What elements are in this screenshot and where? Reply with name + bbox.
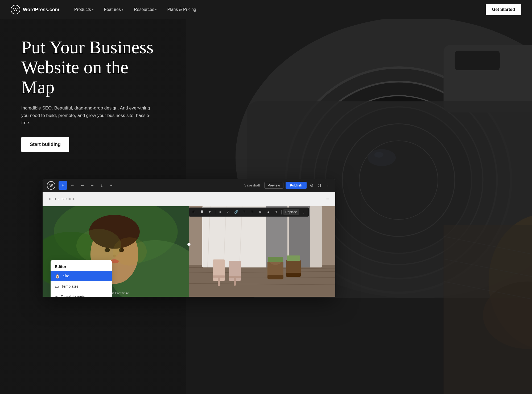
editor-wp-icon[interactable]: W bbox=[47, 181, 55, 190]
canvas-studio-label: CLICK STUDIO bbox=[49, 197, 76, 201]
export-icon[interactable]: ⬆ bbox=[273, 209, 280, 216]
publish-button[interactable]: Publish bbox=[286, 182, 307, 189]
circle-icon[interactable]: ● bbox=[265, 209, 272, 216]
undo-icon[interactable]: ↩ bbox=[79, 182, 86, 189]
crop-icon[interactable]: ⊡ bbox=[241, 209, 248, 216]
divider bbox=[215, 210, 215, 214]
get-started-button[interactable]: Get Started bbox=[486, 4, 521, 15]
svg-rect-15 bbox=[443, 225, 532, 394]
nav-right: Get Started bbox=[486, 4, 521, 15]
replace-button[interactable]: Replace bbox=[283, 209, 299, 215]
redo-icon[interactable]: ↪ bbox=[88, 182, 96, 189]
brand-name: WordPress.com bbox=[23, 7, 59, 13]
link-icon[interactable]: 🔗 bbox=[233, 209, 240, 216]
svg-rect-32 bbox=[189, 265, 335, 297]
divider-2 bbox=[281, 210, 282, 214]
wp-logo-icon: W bbox=[11, 5, 20, 14]
start-building-button[interactable]: Start building bbox=[21, 137, 69, 152]
preview-button[interactable]: Preview bbox=[264, 182, 283, 189]
contrast-icon[interactable]: ◑ bbox=[317, 182, 323, 189]
chevron-down-icon[interactable]: ▾ bbox=[207, 209, 213, 216]
hero-section: Put Your Business Website on the Map Inc… bbox=[0, 0, 532, 394]
drag-icon[interactable]: ⠿ bbox=[199, 209, 205, 216]
pencil-icon[interactable]: ✏ bbox=[69, 182, 77, 189]
template-parts-icon: ◈ bbox=[55, 294, 58, 297]
gear-icon[interactable]: ⚙ bbox=[309, 182, 315, 189]
resize-handle[interactable] bbox=[187, 243, 191, 246]
svg-rect-55 bbox=[286, 273, 301, 277]
canvas-menu-icon[interactable]: ≡ bbox=[326, 196, 329, 202]
sidebar-item-site[interactable]: 🏠 Site bbox=[51, 271, 112, 281]
list-view-icon[interactable]: ≡ bbox=[108, 182, 115, 189]
svg-rect-53 bbox=[268, 257, 283, 262]
sidebar-item-templates[interactable]: ▭ Templates bbox=[51, 281, 112, 292]
editor-toolbar: W + ✏ ↩ ↪ ℹ ≡ Save draft Preview Publish… bbox=[43, 179, 335, 192]
more-options-icon[interactable]: ⋮ bbox=[325, 182, 331, 189]
editor-canvas-header: CLICK STUDIO ≡ bbox=[43, 192, 335, 206]
editor-sidebar-panel: Editor 🏠 Site ▭ Templates ◈ Template par… bbox=[51, 260, 112, 297]
img-icon[interactable]: ⊞ bbox=[191, 209, 197, 216]
editor-preview-window: W + ✏ ↩ ↪ ℹ ≡ Save draft Preview Publish… bbox=[43, 179, 335, 297]
chevron-down-icon: ▾ bbox=[155, 8, 156, 11]
chevron-down-icon: ▾ bbox=[122, 8, 123, 11]
align-icon[interactable]: ≡ bbox=[217, 209, 224, 216]
nav-links: Products ▾ Features ▾ Resources ▾ Plans … bbox=[70, 5, 486, 14]
overlay-icon[interactable]: ⊠ bbox=[257, 209, 264, 216]
chevron-down-icon: ▾ bbox=[92, 8, 93, 11]
editor-body: CLICK STUDIO ≡ ⊞ ⠿ ▾ ≡ A 🔗 ⊡ ⊟ ⊠ ● ⬆ Rep… bbox=[43, 192, 335, 297]
svg-rect-56 bbox=[287, 255, 300, 261]
home-icon: 🏠 bbox=[55, 274, 60, 279]
svg-rect-48 bbox=[229, 276, 241, 278]
svg-rect-49 bbox=[234, 278, 236, 286]
brand-logo[interactable]: W WordPress.com bbox=[11, 5, 59, 14]
nav-item-resources[interactable]: Resources ▾ bbox=[130, 5, 161, 14]
editor-image-wedding[interactable] bbox=[189, 206, 335, 297]
svg-point-30 bbox=[113, 237, 147, 266]
text-icon[interactable]: A bbox=[225, 209, 232, 216]
svg-rect-11 bbox=[455, 51, 500, 70]
nav-item-products[interactable]: Products ▾ bbox=[70, 5, 98, 14]
svg-rect-45 bbox=[213, 275, 225, 278]
nav-item-features[interactable]: Features ▾ bbox=[100, 5, 127, 14]
save-draft-button[interactable]: Save draft bbox=[242, 182, 262, 188]
templates-icon: ▭ bbox=[55, 284, 59, 289]
placeholder-icon[interactable]: ⊟ bbox=[249, 209, 256, 216]
nav-item-plans-pricing[interactable]: Plans & Pricing bbox=[163, 5, 200, 14]
hero-subtitle: Incredible SEO. Beautiful, drag-and-drop… bbox=[21, 104, 154, 126]
hero-title: Put Your Business Website on the Map bbox=[21, 37, 165, 97]
svg-rect-51 bbox=[267, 275, 283, 279]
navbar: W WordPress.com Products ▾ Features ▾ Re… bbox=[0, 0, 532, 19]
svg-rect-46 bbox=[218, 278, 220, 286]
toolbar-right: Save draft Preview Publish ⚙ ◑ ⋮ bbox=[242, 182, 331, 189]
sidebar-item-template-parts[interactable]: ◈ Template parts bbox=[51, 292, 112, 297]
floating-image-toolbar: ⊞ ⠿ ▾ ≡ A 🔗 ⊡ ⊟ ⊠ ● ⬆ Replace ⋮ bbox=[189, 208, 309, 217]
info-icon[interactable]: ℹ bbox=[98, 182, 105, 189]
hero-content: Put Your Business Website on the Map Inc… bbox=[0, 0, 186, 168]
add-block-button[interactable]: + bbox=[59, 181, 67, 190]
sidebar-panel-title: Editor bbox=[51, 260, 112, 271]
more-icon[interactable]: ⋮ bbox=[300, 209, 307, 216]
